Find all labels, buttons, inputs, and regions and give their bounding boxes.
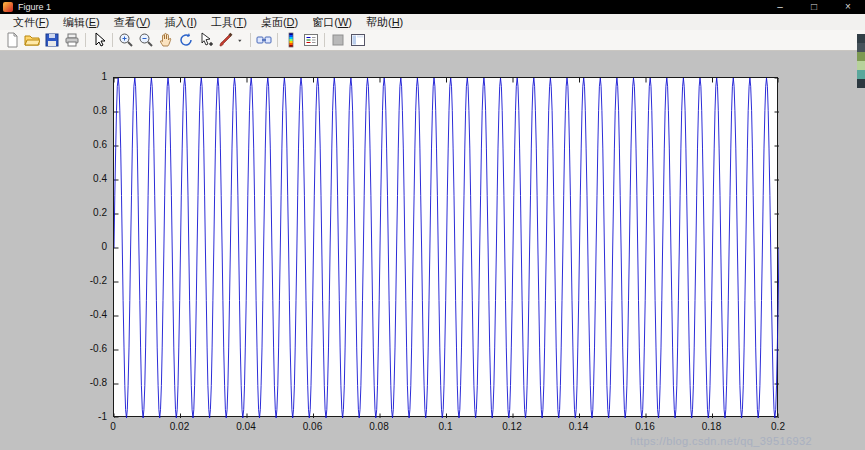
y-tick-label: 0.6	[57, 139, 107, 151]
toolbar-separator	[324, 33, 325, 47]
sine-wave-line	[114, 78, 779, 418]
x-tick-label: 0.04	[224, 421, 268, 433]
y-tick-label: 0.2	[57, 207, 107, 219]
zoom-in-button[interactable]	[116, 31, 136, 49]
toolbar-separator	[112, 33, 113, 47]
edge-widget-segment	[857, 79, 865, 88]
x-tick-label: 0.02	[158, 421, 202, 433]
show-plot-tools-button[interactable]	[348, 31, 368, 49]
y-tick-label: 0	[57, 241, 107, 253]
menu-w[interactable]: 窗口(W)	[305, 14, 359, 30]
csdn-watermark: https://blog.csdn.net/qq_39516932	[630, 435, 812, 447]
menu-bar: 文件(F)编辑(E)查看(V)插入(I)工具(T)桌面(D)窗口(W)帮助(H)	[0, 14, 865, 30]
edge-widget-segment	[857, 52, 865, 61]
menu-i[interactable]: 插入(I)	[157, 14, 203, 30]
title-bar: Figure 1 – □ ×	[0, 0, 865, 14]
y-tick-label: -0.8	[57, 377, 107, 389]
rotate-3d-button[interactable]	[176, 31, 196, 49]
insert-colorbar-icon	[283, 32, 299, 48]
matlab-figure-window: Figure 1 – □ × 文件(F)编辑(E)查看(V)插入(I)工具(T)…	[0, 0, 865, 450]
toolbar-separator	[277, 33, 278, 47]
x-tick-label: 0.18	[690, 421, 734, 433]
save-button[interactable]	[42, 31, 62, 49]
open-folder-icon	[24, 32, 40, 48]
y-tick-label: -0.2	[57, 275, 107, 287]
plot-axes	[113, 77, 778, 417]
insert-legend-icon	[303, 32, 319, 48]
brush-button[interactable]	[216, 31, 236, 49]
toolbar-separator	[85, 33, 86, 47]
new-document-icon	[4, 32, 20, 48]
x-tick-label: 0.06	[291, 421, 335, 433]
insert-colorbar-button[interactable]	[281, 31, 301, 49]
menu-e[interactable]: 编辑(E)	[56, 14, 107, 30]
arrow-cursor-button[interactable]	[89, 31, 109, 49]
toolbar-separator	[250, 33, 251, 47]
menu-t[interactable]: 工具(T)	[204, 14, 254, 30]
edge-widget-segment	[857, 70, 865, 79]
open-folder-button[interactable]	[22, 31, 42, 49]
menu-h[interactable]: 帮助(H)	[359, 14, 410, 30]
window-title: Figure 1	[18, 0, 763, 14]
link-plots-button[interactable]	[254, 31, 274, 49]
zoom-in-icon	[118, 32, 134, 48]
edge-dock-widget[interactable]	[857, 34, 865, 88]
maximize-button[interactable]: □	[797, 0, 831, 14]
y-tick-label: 0.4	[57, 173, 107, 185]
edge-widget-segment	[857, 34, 865, 43]
figure-toolbar	[0, 30, 865, 51]
edge-widget-segment	[857, 43, 865, 52]
y-tick-label: -0.6	[57, 343, 107, 355]
menu-v[interactable]: 查看(V)	[107, 14, 158, 30]
hide-plot-tools-icon	[330, 32, 346, 48]
zoom-out-button[interactable]	[136, 31, 156, 49]
hide-plot-tools-button[interactable]	[328, 31, 348, 49]
data-cursor-button[interactable]	[196, 31, 216, 49]
y-tick-label: 0.8	[57, 105, 107, 117]
link-plots-icon	[256, 32, 272, 48]
print-button[interactable]	[62, 31, 82, 49]
save-icon	[44, 32, 60, 48]
matlab-figure-icon	[3, 2, 13, 12]
menu-d[interactable]: 桌面(D)	[254, 14, 305, 30]
brush-dropdown-icon	[237, 36, 246, 45]
sine-wave-plot	[114, 78, 779, 418]
x-tick-label: 0.12	[490, 421, 534, 433]
show-plot-tools-icon	[350, 32, 366, 48]
figure-canvas: 00.020.040.060.080.10.120.140.160.180.2-…	[0, 52, 865, 450]
pan-hand-icon	[158, 32, 174, 48]
x-tick-label: 0.1	[424, 421, 468, 433]
pan-hand-button[interactable]	[156, 31, 176, 49]
data-cursor-icon	[198, 32, 214, 48]
insert-legend-button[interactable]	[301, 31, 321, 49]
print-icon	[64, 32, 80, 48]
y-tick-label: -0.4	[57, 309, 107, 321]
zoom-out-icon	[138, 32, 154, 48]
x-tick-label: 0.2	[756, 421, 800, 433]
edge-widget-segment	[857, 61, 865, 70]
brush-dropdown-button[interactable]	[236, 31, 247, 49]
y-tick-label: -1	[57, 411, 107, 423]
x-tick-label: 0.14	[557, 421, 601, 433]
close-button[interactable]: ×	[831, 0, 865, 14]
y-tick-label: 1	[57, 71, 107, 83]
rotate-3d-icon	[178, 32, 194, 48]
menu-f[interactable]: 文件(F)	[6, 14, 56, 30]
arrow-cursor-icon	[91, 32, 107, 48]
x-tick-label: 0.16	[623, 421, 667, 433]
brush-icon	[218, 32, 234, 48]
new-document-button[interactable]	[2, 31, 22, 49]
minimize-button[interactable]: –	[763, 0, 797, 14]
x-tick-label: 0.08	[357, 421, 401, 433]
